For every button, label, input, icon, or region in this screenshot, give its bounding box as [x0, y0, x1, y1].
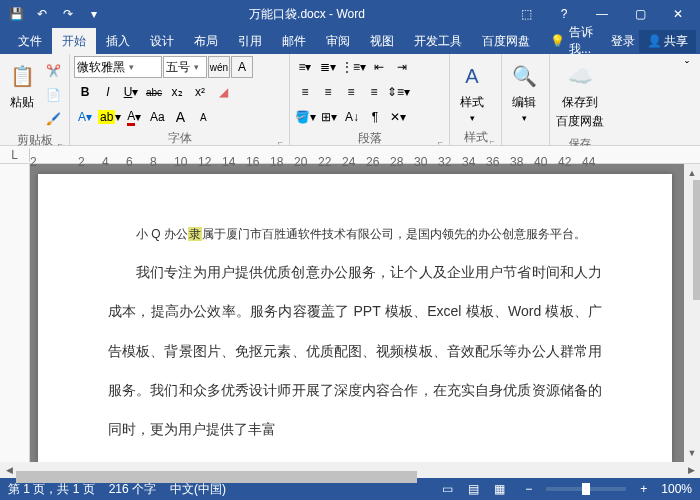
justify-button[interactable]: ≡ [363, 81, 385, 103]
dialog-launcher-icon[interactable]: ⌐ [490, 136, 495, 146]
paragraph[interactable]: 我们专注为用户提供优质创意办公服务，让个人及企业用户节省时间和人力成本，提高办公… [108, 253, 602, 449]
qat-more-icon[interactable]: ▾ [82, 2, 106, 26]
tab-baidu[interactable]: 百度网盘 [472, 28, 540, 54]
align-right-button[interactable]: ≡ [340, 81, 362, 103]
paste-icon: 📋 [6, 60, 38, 92]
read-mode-icon[interactable]: ▭ [435, 480, 459, 498]
borders-button[interactable]: ⊞▾ [318, 106, 340, 128]
share-icon: 👤 [647, 34, 662, 48]
increase-indent-button[interactable]: ⇥ [391, 56, 413, 78]
ribbon-options-icon[interactable]: ⬚ [508, 2, 544, 26]
tab-references[interactable]: 引用 [228, 28, 272, 54]
tab-mailings[interactable]: 邮件 [272, 28, 316, 54]
numbering-button[interactable]: ≣▾ [317, 56, 339, 78]
tab-insert[interactable]: 插入 [96, 28, 140, 54]
scroll-up-icon[interactable]: ▲ [685, 166, 699, 180]
word-count[interactable]: 216 个字 [109, 481, 156, 498]
group-styles: A样式▾ 样式⌐ [450, 54, 502, 145]
font-family-combo[interactable]: 微软雅黑▾ [74, 56, 162, 78]
asian-layout-button[interactable]: ✕▾ [387, 106, 409, 128]
language-status[interactable]: 中文(中国) [170, 481, 226, 498]
bullets-button[interactable]: ≡▾ [294, 56, 316, 78]
minimize-icon[interactable]: — [584, 2, 620, 26]
zoom-slider[interactable] [546, 487, 626, 491]
save-icon[interactable]: 💾 [4, 2, 28, 26]
clear-format-button[interactable]: ◢ [212, 81, 234, 103]
lightbulb-icon: 💡 [550, 34, 565, 48]
scroll-left-icon[interactable]: ◀ [2, 463, 16, 477]
scroll-thumb[interactable] [16, 471, 417, 483]
multilevel-button[interactable]: ⋮≡▾ [340, 56, 367, 78]
horizontal-ruler[interactable]: L 22468101214161820222426283032343638404… [0, 146, 700, 164]
cut-button[interactable]: ✂️ [42, 60, 64, 82]
save-to-baidu-button[interactable]: ☁️保存到百度网盘 [554, 56, 606, 134]
highlight-button[interactable]: ab▾ [97, 106, 122, 128]
tab-home[interactable]: 开始 [52, 28, 96, 54]
sort-button[interactable]: A↓ [341, 106, 363, 128]
help-icon[interactable]: ? [546, 2, 582, 26]
tab-design[interactable]: 设计 [140, 28, 184, 54]
text-effects-button[interactable]: A▾ [74, 106, 96, 128]
font-size-combo[interactable]: 五号▾ [163, 56, 207, 78]
change-case-button[interactable]: Aa [146, 106, 168, 128]
redo-icon[interactable]: ↷ [56, 2, 80, 26]
copy-button[interactable]: 📄 [42, 84, 64, 106]
tab-review[interactable]: 审阅 [316, 28, 360, 54]
vertical-ruler[interactable] [0, 164, 30, 462]
decrease-indent-button[interactable]: ⇤ [368, 56, 390, 78]
subscript-button[interactable]: x₂ [166, 81, 188, 103]
group-baidu: ☁️保存到百度网盘 保存 [550, 54, 610, 145]
grow-font-button[interactable]: A [169, 106, 191, 128]
maximize-icon[interactable]: ▢ [622, 2, 658, 26]
scroll-thumb[interactable] [693, 180, 700, 300]
phonetic-button[interactable]: wén [208, 56, 230, 78]
zoom-thumb[interactable] [582, 483, 590, 495]
print-layout-icon[interactable]: ▤ [461, 480, 485, 498]
login-link[interactable]: 登录 [611, 33, 635, 50]
zoom-out-button[interactable]: − [525, 482, 532, 496]
page-status[interactable]: 第 1 页，共 1 页 [8, 481, 95, 498]
cloud-icon: ☁️ [564, 60, 596, 92]
scroll-right-icon[interactable]: ▶ [684, 463, 698, 477]
collapse-ribbon-icon[interactable]: ˇ [676, 56, 698, 78]
paragraph[interactable]: 小 Q 办公隶属于厦门市百胜通软件技术有限公司，是国内领先的办公创意服务平台。 [108, 214, 602, 253]
font-color-button[interactable]: A▾ [123, 106, 145, 128]
web-layout-icon[interactable]: ▦ [487, 480, 511, 498]
editing-button[interactable]: 🔍编辑▾ [506, 56, 542, 127]
format-painter-button[interactable]: 🖌️ [42, 108, 64, 130]
undo-icon[interactable]: ↶ [30, 2, 54, 26]
vertical-scrollbar[interactable]: ▲ ▼ [684, 164, 700, 462]
document-page[interactable]: 小 Q 办公隶属于厦门市百胜通软件技术有限公司，是国内领先的办公创意服务平台。 … [38, 174, 672, 462]
share-button[interactable]: 👤共享 [639, 30, 696, 53]
strike-button[interactable]: abc [143, 81, 165, 103]
char-border-button[interactable]: A [231, 56, 253, 78]
superscript-button[interactable]: x² [189, 81, 211, 103]
align-center-button[interactable]: ≡ [317, 81, 339, 103]
line-spacing-button[interactable]: ⇕≡▾ [386, 81, 411, 103]
zoom-level[interactable]: 100% [661, 482, 692, 496]
italic-button[interactable]: I [97, 81, 119, 103]
paste-button[interactable]: 📋 粘贴 [4, 56, 40, 115]
styles-button[interactable]: A样式▾ [454, 56, 490, 127]
zoom-in-button[interactable]: + [640, 482, 647, 496]
bold-button[interactable]: B [74, 81, 96, 103]
shrink-font-button[interactable]: A [192, 106, 214, 128]
document-area: 小 Q 办公隶属于厦门市百胜通软件技术有限公司，是国内领先的办公创意服务平台。 … [0, 164, 700, 462]
scroll-down-icon[interactable]: ▼ [685, 446, 699, 460]
close-icon[interactable]: ✕ [660, 2, 696, 26]
group-font: 微软雅黑▾ 五号▾ wén A B I U▾ abc x₂ x² ◢ A▾ ab… [70, 54, 290, 145]
horizontal-scrollbar[interactable]: ◀ ▶ [0, 462, 700, 478]
tab-developer[interactable]: 开发工具 [404, 28, 472, 54]
tab-view[interactable]: 视图 [360, 28, 404, 54]
underline-button[interactable]: U▾ [120, 81, 142, 103]
tab-file[interactable]: 文件 [8, 28, 52, 54]
show-marks-button[interactable]: ¶ [364, 106, 386, 128]
tell-me-search[interactable]: 💡告诉我... [540, 24, 611, 58]
align-left-button[interactable]: ≡ [294, 81, 316, 103]
tab-layout[interactable]: 布局 [184, 28, 228, 54]
menu-bar: 文件 开始 插入 设计 布局 引用 邮件 审阅 视图 开发工具 百度网盘 💡告诉… [0, 28, 700, 54]
ruler-corner[interactable]: L [0, 148, 30, 162]
shading-button[interactable]: 🪣▾ [294, 106, 317, 128]
cut-icon: ✂️ [46, 64, 61, 78]
eraser-icon: ◢ [219, 85, 228, 99]
